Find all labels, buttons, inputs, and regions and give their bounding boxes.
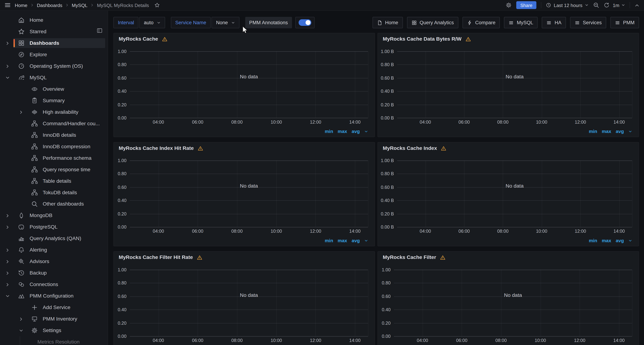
- sidebar-item-innodb-details[interactable]: InnoDB details: [0, 129, 108, 141]
- chevron-right-icon[interactable]: [6, 41, 10, 45]
- legend-link-avg[interactable]: avg: [352, 238, 360, 243]
- legend-link-max[interactable]: max: [602, 238, 611, 243]
- chevron-right-icon[interactable]: [6, 282, 10, 287]
- time-range-picker[interactable]: Last 12 hours: [546, 2, 589, 8]
- sidebar-item-mongodb[interactable]: MongoDB: [0, 210, 108, 221]
- sidebar-item-query-analytics-qan[interactable]: Query Analytics (QAN): [0, 233, 108, 244]
- chevron-right-icon[interactable]: [6, 213, 10, 218]
- legend-link-avg[interactable]: avg: [616, 238, 624, 243]
- panel-header[interactable]: MyRocks Cache Index: [383, 145, 446, 151]
- sidebar-item-alerting[interactable]: Alerting: [0, 244, 108, 256]
- mega-menu-toggle[interactable]: [4, 2, 10, 8]
- legend-link-avg[interactable]: avg: [616, 129, 624, 134]
- panel-header[interactable]: MyRocks Cache: [119, 36, 168, 42]
- warning-icon[interactable]: [440, 255, 446, 260]
- chevron-right-icon[interactable]: [19, 110, 23, 114]
- chevron-right-icon[interactable]: [6, 259, 10, 264]
- legend-link-avg[interactable]: avg: [352, 129, 360, 134]
- variable-value-dropdown[interactable]: None: [212, 17, 240, 28]
- chevron-down-icon[interactable]: [628, 239, 632, 242]
- sidebar-item-label: Connections: [30, 282, 58, 287]
- v-gridline: [580, 270, 580, 336]
- chevron-right-icon[interactable]: [6, 225, 10, 229]
- legend-link-min[interactable]: min: [325, 238, 333, 243]
- dashboard-settings-icon[interactable]: [506, 2, 512, 8]
- sidebar-item-postgresql[interactable]: PostgreSQL: [0, 221, 108, 233]
- legend-link-max[interactable]: max: [338, 129, 347, 134]
- sidebar-item-metrics-resolution[interactable]: Metrics Resolution: [0, 336, 108, 345]
- variable-service-name: Service NameNone: [171, 17, 240, 28]
- chevron-right-icon[interactable]: [19, 317, 23, 321]
- warning-icon[interactable]: [465, 36, 471, 42]
- sidebar-item-innodb-compression[interactable]: InnoDB compression: [0, 141, 108, 152]
- sidebar-item-tokudb-details[interactable]: TokuDB details: [0, 187, 108, 198]
- breadcrumb-item-mysql[interactable]: MySQL: [72, 3, 88, 7]
- chevron-right-icon[interactable]: [6, 248, 10, 252]
- sidebar-item-mysql[interactable]: MySQL: [0, 72, 108, 83]
- refresh-icon[interactable]: [604, 2, 610, 8]
- nav-button-query-analytics[interactable]: Query Analytics: [407, 17, 458, 28]
- nav-button-pmm[interactable]: PMM: [610, 17, 639, 28]
- sidebar-item-pmm-configuration[interactable]: PMM Configuration: [0, 290, 108, 302]
- share-button[interactable]: Share: [516, 1, 536, 9]
- sidebar-item-explore[interactable]: Explore: [0, 49, 108, 60]
- x-axis-tick: 06:00: [192, 229, 203, 233]
- sidebar-item-connections[interactable]: Connections: [0, 279, 108, 290]
- refresh-interval-picker[interactable]: 1m: [613, 3, 625, 7]
- panel-header[interactable]: MyRocks Cache Filter: [383, 254, 446, 260]
- chevron-down-icon[interactable]: [6, 75, 10, 80]
- legend-link-min[interactable]: min: [325, 129, 333, 134]
- legend-link-min[interactable]: min: [589, 129, 597, 134]
- dock-menu-icon[interactable]: [96, 27, 103, 34]
- sidebar-item-dashboards[interactable]: Dashboards: [0, 37, 108, 49]
- nav-button-mysql[interactable]: MySQL: [504, 17, 538, 28]
- sidebar-item-home[interactable]: Home: [0, 14, 108, 26]
- sidebar-item-query-response-time[interactable]: Query response time: [0, 164, 108, 175]
- sidebar-item-advisors[interactable]: Advisors: [0, 256, 108, 267]
- sidebar-item-add-service[interactable]: Add Service: [0, 302, 108, 313]
- sidebar-item-table-details[interactable]: Table details: [0, 175, 108, 187]
- sidebar-item-backup[interactable]: Backup: [0, 267, 108, 279]
- nav-button-compare[interactable]: Compare: [462, 17, 500, 28]
- sidebar-item-command-handler-cou[interactable]: Command/Handler cou...: [0, 118, 108, 129]
- warning-icon[interactable]: [441, 146, 446, 151]
- zoom-out-icon[interactable]: [593, 2, 599, 8]
- chevron-down-icon[interactable]: [19, 328, 23, 333]
- sidebar-item-performance-schema[interactable]: Performance schema: [0, 152, 108, 164]
- breadcrumb-separator-icon: [30, 3, 34, 7]
- panel-header[interactable]: MyRocks Cache Data Bytes R/W: [383, 36, 471, 42]
- sidebar-item-high-availability[interactable]: High availability: [0, 106, 108, 118]
- collapse-topbar-icon[interactable]: [634, 3, 639, 7]
- breadcrumb-item-dashboards[interactable]: Dashboards: [37, 3, 62, 7]
- sidebar-item-overview[interactable]: Overview: [0, 83, 108, 95]
- warning-icon[interactable]: [198, 146, 203, 151]
- chevron-down-icon[interactable]: [364, 130, 368, 133]
- sidebar-item-starred[interactable]: Starred: [0, 26, 108, 37]
- chevron-right-icon[interactable]: [6, 64, 10, 68]
- nav-button-ha[interactable]: HA: [542, 17, 566, 28]
- sidebar-item-summary[interactable]: Summary: [0, 95, 108, 106]
- sidebar-item-pmm-inventory[interactable]: PMM Inventory: [0, 313, 108, 325]
- chevron-right-icon[interactable]: [6, 271, 10, 275]
- chevron-down-icon[interactable]: [6, 294, 10, 298]
- favorite-star-icon[interactable]: [154, 2, 160, 8]
- list-icon: [615, 20, 620, 25]
- h-gridline: [394, 283, 632, 283]
- nav-button-home[interactable]: Home: [372, 17, 403, 28]
- warning-icon[interactable]: [162, 36, 168, 42]
- nav-button-services[interactable]: Services: [570, 17, 606, 28]
- breadcrumb-item-home[interactable]: Home: [15, 3, 27, 7]
- legend-link-max[interactable]: max: [338, 238, 347, 243]
- sidebar-item-operating-system-os[interactable]: Operating System (OS): [0, 60, 108, 72]
- legend-link-min[interactable]: min: [589, 238, 597, 243]
- pmm-annotations-toggle[interactable]: [295, 17, 314, 28]
- warning-icon[interactable]: [196, 255, 202, 260]
- legend-link-max[interactable]: max: [602, 129, 611, 134]
- sidebar-item-settings[interactable]: Settings: [0, 325, 108, 336]
- panel-header[interactable]: MyRocks Cache Index Hit Rate: [119, 145, 203, 151]
- chevron-down-icon[interactable]: [364, 239, 368, 242]
- sidebar-item-other-dashboards[interactable]: Other dashboards: [0, 198, 108, 210]
- chevron-down-icon[interactable]: [628, 130, 632, 133]
- panel-header[interactable]: MyRocks Cache Filter Hit Rate: [119, 254, 202, 260]
- variable-value-dropdown[interactable]: auto: [139, 17, 165, 28]
